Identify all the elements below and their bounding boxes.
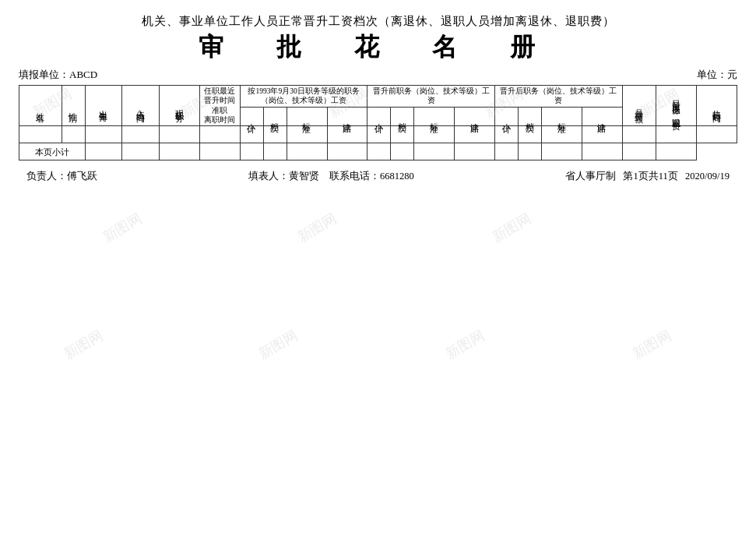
header-position: 现任职务 [160,86,200,126]
header-before-subtotal: 小计 [367,107,391,126]
watermark-7: 新图网 [294,209,340,246]
page: 新图网 新图网 新图网 新图网 新图网 新图网 新图网 新图网 新图网 新图网 … [0,0,756,536]
table-container: 姓名 性别 出生年月 入伍时间 现任职务 任职最近晋升时间准职离职时间 按199… [19,85,737,160]
fill-person-label: 填表人： [248,171,289,182]
watermark-6: 新图网 [100,209,146,246]
header-before-salary: 晋升前职务（岗位、技术等级）工资 [367,86,495,108]
header-after-subtotal: 小计 [494,107,518,126]
phone-label: 联系电话： [329,171,380,182]
phone-value: 6681280 [380,171,414,182]
header-1993-allowance: 津贴 [327,107,367,126]
header-enlist: 入伍时间 [122,86,160,126]
subtotal-label: 本页小计 [19,143,86,160]
header-after-level: 档次 [518,107,541,126]
subtotal-row: 本页小计 [19,143,737,160]
main-table: 姓名 性别 出生年月 入伍时间 现任职务 任职最近晋升时间准职离职时间 按199… [19,85,737,160]
watermark-8: 新图网 [489,209,535,246]
header-row-1: 姓名 性别 出生年月 入伍时间 现任职务 任职最近晋升时间准职离职时间 按199… [19,86,737,108]
header-appt-time: 任职最近晋升时间准职离职时间 [199,86,240,126]
table-row-empty-1 [19,126,737,143]
made-by: 省人事厅制 [565,171,616,182]
subtitle: 审 批 花 名 册 [199,30,558,65]
header-exec-time: 执行时间 [697,86,737,126]
header-after-salary: 晋升后职务（岗位、技术等级）工资 [494,86,622,108]
currency: 单位：元 [697,68,737,82]
fill-unit-label: 填报单位： [19,69,69,80]
meta-row: 填报单位：ABCD 单位：元 [19,68,737,82]
header-name: 姓名 [19,86,62,126]
responsible-name: 傅飞跃 [67,171,97,182]
header-1993-subtotal: 小计 [240,107,263,126]
header-gender: 性别 [62,86,85,126]
header-1993-standard: 标准 [287,107,327,126]
header-before-standard: 标准 [414,107,455,126]
fill-unit-value: ABCD [69,69,97,80]
main-title: 机关、事业单位工作人员正常晋升工资档次（离退休、退职人员增加离退休、退职费） [19,14,737,29]
header-birth: 出生年月 [85,86,122,126]
footer: 负责人：傅飞跃 填表人：黄智贤 联系电话：6681280 省人事厅制 第1页共1… [19,170,737,183]
footer-right: 省人事厅制 第1页共11页 2020/09/19 [565,170,730,183]
footer-date: 2020/09/19 [685,171,730,182]
footer-fill-person: 填表人：黄智贤 联系电话：6681280 [248,170,413,183]
header-after-allowance: 津贴 [582,107,622,126]
fill-person-name: 黄智贤 [289,171,319,182]
header-monthly-increase: 月增资额 [622,86,656,126]
header-current-pension: 目前离退休、退职费 [656,86,697,126]
header-before-allowance: 津贴 [455,107,495,126]
header-1993-level: 档次 [263,107,287,126]
header-before-level: 档次 [391,107,414,126]
fill-unit: 填报单位：ABCD [19,68,97,82]
subtitle-row: 审 批 花 名 册 [19,30,737,65]
watermark-10: 新图网 [255,326,301,363]
watermark-12: 新图网 [629,326,675,363]
page-info: 第1页共11页 [623,171,677,182]
watermark-9: 新图网 [61,326,107,363]
responsible-label: 负责人： [26,171,67,182]
watermark-11: 新图网 [442,326,488,363]
footer-responsible: 负责人：傅飞跃 [26,170,97,183]
header-1993-salary: 按1993年9月30日职务等级的职务（岗位、技术等级）工资 [240,86,367,108]
header-after-standard: 标准 [541,107,582,126]
